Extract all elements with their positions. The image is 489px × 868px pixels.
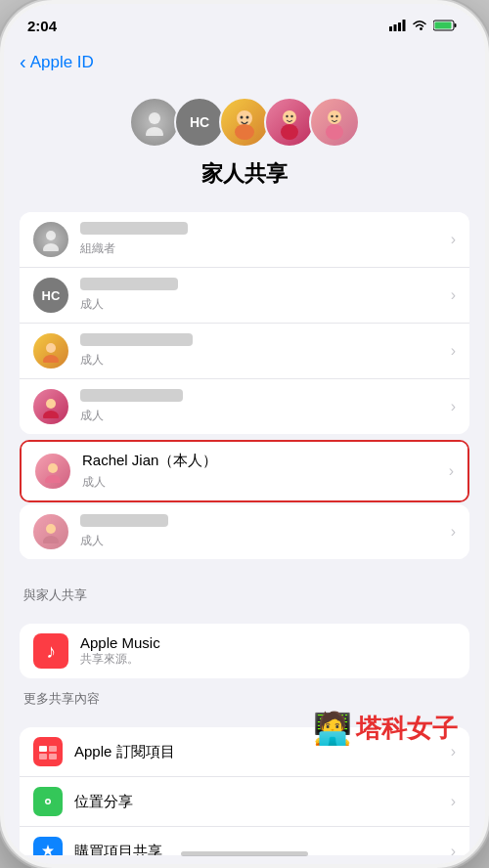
svg-rect-6 — [435, 22, 452, 29]
svg-rect-5 — [455, 23, 457, 27]
svg-point-18 — [331, 115, 333, 117]
location-share-item[interactable]: 位置分享 › — [20, 777, 469, 827]
svg-rect-34 — [49, 754, 57, 760]
apple-music-sub: 共享來源。 — [80, 651, 160, 668]
more-section-label: 更多共享內容 — [4, 682, 485, 712]
member-6-group: 成人 › — [20, 504, 469, 559]
member-item-3[interactable]: 成人 › — [20, 324, 469, 379]
shared-section-label: 與家人共享 — [4, 579, 485, 608]
member-text-2: 成人 — [80, 278, 443, 313]
member-item-2[interactable]: HC 成人 › — [20, 268, 469, 324]
back-button[interactable]: ‹ Apple ID — [20, 51, 94, 73]
home-indicator — [181, 851, 308, 856]
members-list: 組織者 › HC 成人 › — [20, 212, 469, 434]
status-icons — [389, 20, 458, 31]
member-name-blur-4 — [80, 389, 183, 402]
svg-point-26 — [43, 411, 59, 418]
rachel-avatar — [35, 454, 70, 489]
svg-point-19 — [335, 115, 337, 117]
svg-point-16 — [281, 124, 298, 140]
member-role-6: 成人 — [80, 534, 104, 547]
purchase-chevron-icon: › — [451, 843, 456, 855]
member-role-1: 組織者 — [80, 241, 115, 255]
member-item-4[interactable]: 成人 › — [20, 379, 469, 434]
appstore-icon — [33, 837, 63, 855]
avatar-row: HC — [129, 97, 360, 148]
location-icon — [33, 787, 63, 816]
svg-point-20 — [326, 124, 343, 140]
chevron-icon-3: › — [451, 342, 456, 360]
svg-rect-0 — [389, 26, 392, 31]
member-text-4: 成人 — [80, 389, 443, 424]
status-time: 2:04 — [27, 18, 57, 34]
rachel-item[interactable]: Rachel Jian（本人） 成人 › — [22, 442, 467, 500]
svg-rect-31 — [39, 746, 47, 752]
battery-icon — [433, 20, 458, 31]
svg-rect-2 — [398, 22, 401, 31]
svg-point-29 — [46, 524, 56, 534]
member-name-blur-1 — [80, 222, 188, 235]
member-name-blur-3 — [80, 333, 193, 346]
wifi-icon — [412, 20, 427, 31]
phone-frame: 2:04 — [0, 0, 489, 868]
rachel-name: Rachel Jian（本人） — [82, 452, 441, 470]
member-avatar-4 — [33, 389, 68, 424]
svg-rect-32 — [49, 746, 57, 752]
watermark: 🧑‍💻 塔科女子 — [313, 710, 458, 747]
back-chevron-icon: ‹ — [20, 51, 26, 73]
chevron-icon-4: › — [451, 398, 456, 415]
apple-music-text: Apple Music 共享來源。 — [80, 634, 160, 668]
location-label: 位置分享 — [74, 793, 443, 811]
svg-point-37 — [47, 801, 50, 803]
member-item-1[interactable]: 組織者 › — [20, 212, 469, 268]
svg-point-22 — [43, 243, 59, 251]
member-text-3: 成人 — [80, 333, 443, 369]
avatar-3 — [219, 97, 270, 148]
svg-point-8 — [146, 127, 163, 136]
svg-rect-1 — [394, 24, 397, 31]
svg-point-15 — [290, 115, 292, 117]
watermark-emoji: 🧑‍💻 — [313, 710, 352, 747]
chevron-icon-6: › — [451, 523, 456, 541]
apple-music-icon: ♪ — [33, 633, 68, 669]
back-label: Apple ID — [30, 53, 94, 72]
location-chevron-icon: › — [451, 793, 456, 810]
rachel-text: Rachel Jian（本人） 成人 — [82, 452, 441, 491]
svg-point-30 — [43, 536, 59, 543]
apple-music-item[interactable]: ♪ Apple Music 共享來源。 — [20, 624, 469, 678]
chevron-icon-2: › — [451, 286, 456, 304]
member-role-4: 成人 — [80, 409, 104, 422]
apple-music-container: ♪ Apple Music 共享來源。 — [20, 624, 469, 678]
svg-point-25 — [46, 399, 56, 409]
rachel-chevron-icon: › — [449, 462, 454, 480]
avatar-4 — [264, 97, 315, 148]
member-role-2: 成人 — [80, 297, 104, 311]
svg-rect-3 — [403, 20, 406, 31]
avatar-1 — [129, 97, 180, 148]
avatar-section: HC 家人共享 — [4, 81, 485, 212]
apple-sub-icon — [33, 737, 63, 766]
member-avatar-1 — [33, 222, 68, 257]
svg-point-27 — [48, 463, 58, 473]
svg-point-7 — [149, 112, 160, 124]
nav-bar: ‹ Apple ID — [4, 47, 485, 81]
more-sharing-section: 更多共享內容 Apple — [4, 678, 485, 855]
member-item-6[interactable]: 成人 › — [20, 504, 469, 559]
member-avatar-2: HC — [33, 278, 68, 313]
avatar-5 — [309, 97, 360, 148]
chevron-icon-1: › — [451, 231, 456, 248]
svg-point-23 — [46, 343, 56, 353]
rachel-item-container[interactable]: Rachel Jian（本人） 成人 › — [20, 440, 469, 502]
svg-point-24 — [43, 355, 59, 363]
status-bar: 2:04 — [4, 4, 485, 47]
svg-rect-33 — [39, 754, 47, 760]
watermark-text: 塔科女子 — [356, 712, 458, 746]
member-name-blur-6 — [80, 514, 168, 527]
svg-point-28 — [45, 475, 61, 483]
avatar-2: HC — [174, 97, 225, 148]
svg-point-12 — [235, 124, 254, 140]
member-text-6: 成人 — [80, 514, 443, 549]
member-avatar-6 — [33, 514, 68, 549]
phone-inner: 2:04 — [4, 4, 485, 864]
page-title: 家人共享 — [201, 159, 288, 189]
